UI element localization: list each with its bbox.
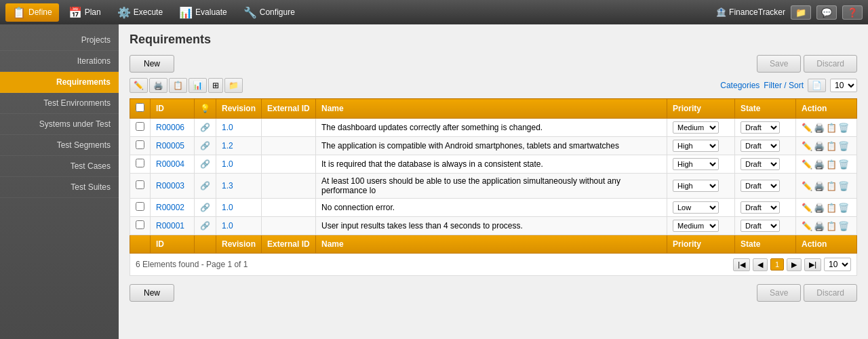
row-priority[interactable]: LowMediumHighCritical: [667, 217, 735, 235]
priority-select[interactable]: LowMediumHighCritical: [673, 201, 719, 214]
new-button-bottom[interactable]: New: [130, 284, 174, 302]
sidebar-item-requirements[interactable]: Requirements: [0, 72, 119, 93]
row-checkbox[interactable]: [130, 174, 151, 199]
row-checkbox[interactable]: [130, 119, 151, 137]
delete-action-icon[interactable]: 🗑️: [838, 221, 849, 231]
row-checkbox[interactable]: [130, 199, 151, 217]
row-select-checkbox[interactable]: [136, 180, 144, 189]
nav-plan[interactable]: 📅 Plan: [62, 3, 108, 22]
print-action-icon[interactable]: 🖨️: [814, 159, 825, 170]
sidebar-item-test-environments[interactable]: Test Environments: [0, 93, 119, 114]
id-link[interactable]: R00003: [156, 181, 184, 191]
link-icon[interactable]: 🔗: [200, 159, 210, 169]
select-all-checkbox[interactable]: [136, 103, 144, 112]
id-link[interactable]: R00006: [156, 123, 184, 132]
current-page-btn[interactable]: 1: [770, 258, 784, 271]
id-link[interactable]: R00005: [156, 141, 184, 151]
sidebar-item-projects[interactable]: Projects: [0, 30, 119, 51]
toolbar-table-icon[interactable]: 📊: [189, 78, 207, 93]
row-checkbox[interactable]: [130, 137, 151, 155]
save-button-bottom[interactable]: Save: [757, 284, 801, 302]
row-priority[interactable]: LowMediumHighCritical: [667, 137, 735, 155]
row-priority[interactable]: LowMediumHighCritical: [667, 155, 735, 174]
row-checkbox[interactable]: [130, 217, 151, 235]
row-checkbox[interactable]: [130, 155, 151, 174]
row-state[interactable]: DraftReviewApprovedRejected: [735, 199, 796, 217]
discard-button-bottom[interactable]: Discard: [804, 284, 857, 302]
edit-action-icon[interactable]: ✏️: [802, 159, 812, 170]
row-state[interactable]: DraftReviewApprovedRejected: [735, 155, 796, 174]
last-page-btn[interactable]: ▶|: [804, 258, 821, 271]
row-id[interactable]: R00003: [151, 174, 195, 199]
row-priority[interactable]: LowMediumHighCritical: [667, 119, 735, 137]
row-priority[interactable]: LowMediumHighCritical: [667, 199, 735, 217]
toolbar-edit-icon[interactable]: ✏️: [130, 78, 148, 93]
id-link[interactable]: R00001: [156, 221, 184, 231]
link-icon[interactable]: 🔗: [200, 203, 210, 212]
new-button-top[interactable]: New: [130, 55, 174, 73]
sidebar-item-systems-under-test[interactable]: Systems under Test: [0, 114, 119, 135]
nav-configure[interactable]: 🔧 Configure: [237, 3, 302, 22]
row-select-checkbox[interactable]: [136, 140, 144, 149]
row-select-checkbox[interactable]: [136, 220, 144, 229]
row-id[interactable]: R00006: [151, 119, 195, 137]
top-icon-btn-3[interactable]: ❓: [842, 5, 863, 20]
copy-action-icon[interactable]: 📋: [826, 221, 837, 231]
priority-select[interactable]: LowMediumHighCritical: [673, 140, 719, 152]
row-id[interactable]: R00004: [151, 155, 195, 174]
state-select[interactable]: DraftReviewApprovedRejected: [741, 140, 780, 152]
row-priority[interactable]: LowMediumHighCritical: [667, 174, 735, 199]
delete-action-icon[interactable]: 🗑️: [838, 203, 849, 213]
top-icon-btn-1[interactable]: 📁: [791, 5, 811, 20]
row-id[interactable]: R00001: [151, 217, 195, 235]
nav-evaluate[interactable]: 📊 Evaluate: [172, 3, 234, 22]
row-state[interactable]: DraftReviewApprovedRejected: [735, 174, 796, 199]
state-select[interactable]: DraftReviewApprovedRejected: [741, 158, 780, 170]
state-select[interactable]: DraftReviewApprovedRejected: [741, 201, 780, 214]
copy-action-icon[interactable]: 📋: [826, 203, 837, 213]
pagination-page-size[interactable]: 10 25 50: [824, 258, 851, 271]
link-icon[interactable]: 🔗: [200, 221, 210, 231]
print-action-icon[interactable]: 🖨️: [814, 203, 825, 213]
state-select[interactable]: DraftReviewApprovedRejected: [741, 180, 780, 192]
row-id[interactable]: R00002: [151, 199, 195, 217]
nav-define[interactable]: 📋 Define: [5, 3, 59, 22]
delete-action-icon[interactable]: 🗑️: [838, 181, 849, 191]
edit-action-icon[interactable]: ✏️: [802, 123, 812, 133]
link-icon[interactable]: 🔗: [200, 181, 210, 191]
id-link[interactable]: R00002: [156, 203, 184, 212]
sidebar-item-iterations[interactable]: Iterations: [0, 51, 119, 72]
priority-select[interactable]: LowMediumHighCritical: [673, 180, 719, 192]
id-link[interactable]: R00004: [156, 159, 184, 169]
sidebar-item-test-segments[interactable]: Test Segments: [0, 135, 119, 156]
row-id[interactable]: R00005: [151, 137, 195, 155]
nav-execute[interactable]: ⚙️ Execute: [111, 3, 170, 22]
export-icon[interactable]: 📄: [808, 79, 826, 92]
state-select[interactable]: DraftReviewApprovedRejected: [741, 220, 780, 232]
top-icon-btn-2[interactable]: 💬: [816, 5, 837, 20]
next-page-btn[interactable]: ▶: [787, 258, 802, 271]
filter-sort-link[interactable]: Filter / Sort: [764, 81, 804, 90]
delete-action-icon[interactable]: 🗑️: [838, 123, 849, 133]
sidebar-item-test-cases[interactable]: Test Cases: [0, 156, 119, 177]
row-state[interactable]: DraftReviewApprovedRejected: [735, 137, 796, 155]
row-select-checkbox[interactable]: [136, 202, 144, 211]
print-action-icon[interactable]: 🖨️: [814, 221, 825, 231]
state-select[interactable]: DraftReviewApprovedRejected: [741, 121, 780, 134]
edit-action-icon[interactable]: ✏️: [802, 221, 812, 231]
toolbar-folder-icon[interactable]: 📁: [224, 78, 243, 93]
print-action-icon[interactable]: 🖨️: [814, 123, 825, 133]
link-icon[interactable]: 🔗: [200, 141, 210, 151]
copy-action-icon[interactable]: 📋: [826, 141, 837, 151]
page-size-select[interactable]: 10 25 50: [830, 79, 857, 92]
row-select-checkbox[interactable]: [136, 159, 144, 167]
priority-select[interactable]: LowMediumHighCritical: [673, 121, 719, 134]
priority-select[interactable]: LowMediumHighCritical: [673, 158, 719, 170]
toolbar-print-icon[interactable]: 🖨️: [149, 78, 167, 93]
row-state[interactable]: DraftReviewApprovedRejected: [735, 119, 796, 137]
save-button-top[interactable]: Save: [757, 55, 801, 73]
first-page-btn[interactable]: |◀: [733, 258, 750, 271]
print-action-icon[interactable]: 🖨️: [814, 141, 825, 151]
categories-link[interactable]: Categories: [720, 81, 760, 90]
delete-action-icon[interactable]: 🗑️: [838, 141, 849, 151]
